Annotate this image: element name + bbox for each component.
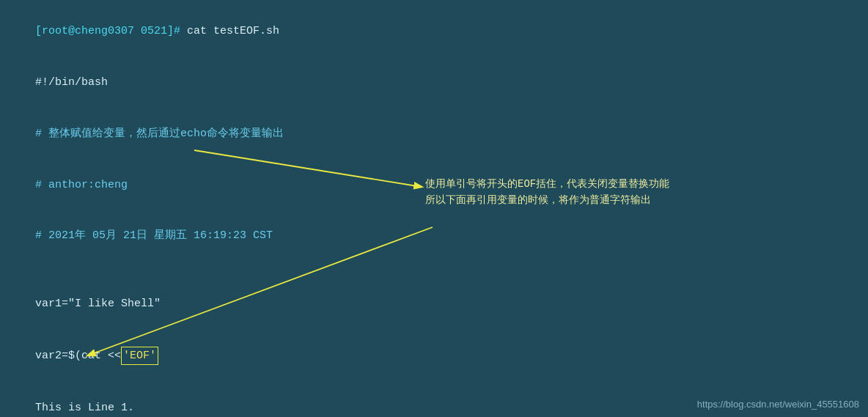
line-1: [root@cheng0307 0521]# cat testEOF.sh [9, 6, 859, 57]
eof-highlight: 'EOF' [121, 347, 158, 365]
line-5: # 2021年 05月 21日 星期五 16:19:23 CST [9, 210, 859, 262]
line-6 [9, 262, 859, 278]
terminal: [root@cheng0307 0521]# cat testEOF.sh #!… [0, 0, 868, 417]
line-3: # 整体赋值给变量，然后通过echo命令将变量输出 [9, 108, 859, 160]
line-7: var1="I like Shell" [9, 278, 859, 330]
line-2: #!/bin/bash [9, 57, 859, 108]
line-8: var2=$(cat <<'EOF' [9, 330, 859, 383]
prompt-1: [root@cheng0307 0521]# [35, 25, 180, 37]
annotation-line2: 所以下面再引用变量的时候，将作为普通字符输出 [425, 192, 669, 208]
watermark: https://blog.csdn.net/weixin_45551608 [697, 399, 859, 410]
annotation: 使用单引号将开头的EOF括住，代表关闭变量替换功能 所以下面再引用变量的时候，将… [425, 176, 669, 209]
annotation-line1: 使用单引号将开头的EOF括住，代表关闭变量替换功能 [425, 176, 669, 192]
